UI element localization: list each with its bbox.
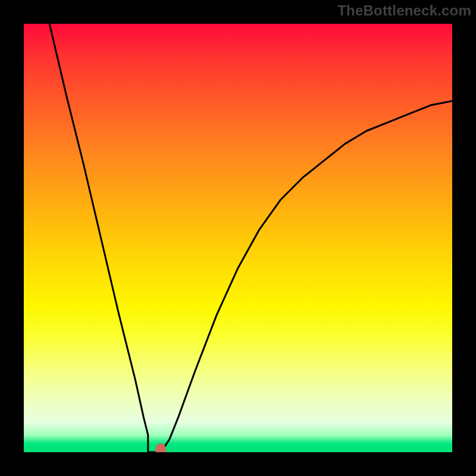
chart-frame: TheBottleneck.com bbox=[0, 0, 476, 476]
bottleneck-curve bbox=[24, 24, 452, 452]
plot-area bbox=[24, 24, 452, 452]
curve-path bbox=[49, 24, 452, 452]
optimum-marker bbox=[155, 443, 166, 452]
attribution-label: TheBottleneck.com bbox=[337, 2, 471, 19]
